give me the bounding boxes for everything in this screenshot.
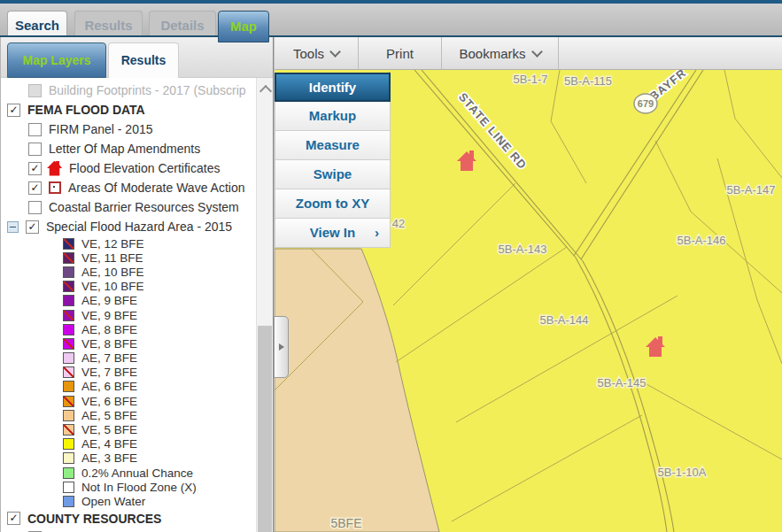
layer-item-special-flood-hazard-area-2015[interactable]: ✓Special Flood Hazard Area - 2015 <box>1 217 256 236</box>
layer-item-building-footprints-2017-subscrip[interactable]: Building Footprints - 2017 (Subscrip <box>1 81 256 100</box>
legend-swatch-ae-9-bfe <box>63 295 74 306</box>
tools-button-label: Tools <box>293 46 324 61</box>
legend-item-open-water: Open Water <box>1 494 256 508</box>
label-ae-4-bfe: AE, 4 BFE <box>81 437 137 451</box>
label-ae-10-bfe: AE, 10 BFE <box>81 266 144 279</box>
parcel-label-5b-1-10a: 5B-1-10A <box>658 466 707 479</box>
menu-item-markup[interactable]: Markup <box>275 102 391 131</box>
map-toolbar: Tools Print Bookmarks <box>275 37 782 70</box>
legend-item-ve-10-bfe: VE, 10 BFE <box>1 280 256 294</box>
label-0-2-annual-chance: 0.2% Annual Chance <box>81 466 193 480</box>
label-ae-8-bfe: AE, 8 BFE <box>81 323 137 336</box>
checkbox-flood-elevation-certificates[interactable]: ✓ <box>28 162 42 175</box>
label-ae-6-bfe: AE, 6 BFE <box>81 380 137 393</box>
label-ve-8-bfe: VE, 8 BFE <box>81 337 137 351</box>
legend-item-ae-4-bfe: AE, 4 BFE <box>1 437 256 451</box>
scrollbar-thumb[interactable] <box>258 326 272 532</box>
label-county-resources: COUNTY RESOURCES <box>27 512 161 526</box>
layer-item-flood-elevation-certificates[interactable]: ✓Flood Elevation Certificates <box>1 158 256 178</box>
bfe-zone-text: 5BFE <box>330 516 361 530</box>
parcel-label-5b-a-144: 5B-A-144 <box>540 313 589 327</box>
legend-item-ve-12-bfe: VE, 12 BFE <box>1 236 256 251</box>
label-ve-9-bfe: VE, 9 BFE <box>81 309 137 322</box>
checkbox-county-resources[interactable]: ✓ <box>7 512 20 525</box>
parcel-label-5b-1-7: 5B-1-7 <box>513 73 547 86</box>
legend-swatch-ve-10-bfe <box>63 281 74 292</box>
layer-item-areas-of-moderate-wave-action[interactable]: ✓Areas Of Moderate Wave Action <box>1 178 256 197</box>
menu-item-swipe[interactable]: Swipe <box>275 160 391 189</box>
legend-swatch-ae-3-bfe <box>63 452 74 464</box>
label-not-in-flood-zone-x: Not In Flood Zone (X) <box>81 481 197 494</box>
route-badge-679: 679 <box>634 94 657 113</box>
menu-item-label: Zoom to XY <box>296 196 369 211</box>
checkbox-coastal-barrier-resources-system[interactable] <box>28 201 42 214</box>
flood-certificate-house-icon <box>47 161 62 176</box>
legend-item-ve-11-bfe: VE, 11 BFE <box>1 251 256 265</box>
legend-item-0-2-annual-chance: 0.2% Annual Chance <box>1 466 256 480</box>
bfe-zone-label: 5BFE <box>330 516 361 530</box>
parcel-label-42: 42 <box>392 217 405 230</box>
submenu-arrow-icon: › <box>375 219 379 246</box>
checkbox-fema-flood-data[interactable]: ✓ <box>7 104 20 117</box>
panel-scrollbar[interactable] <box>256 78 273 532</box>
label-ve-11-bfe: VE, 11 BFE <box>81 251 143 265</box>
label-ae-5-bfe: AE, 5 BFE <box>81 409 137 422</box>
legend-swatch-ae-6-bfe <box>63 381 74 392</box>
panel-tab-map-layers[interactable]: Map Layers <box>7 42 106 78</box>
layers-panel: Map Layers Results Building Footprints -… <box>0 37 274 532</box>
checkbox-areas-of-moderate-wave-action[interactable]: ✓ <box>28 181 42 195</box>
app-window: Search Results Details Map Map Layers Re… <box>0 0 782 532</box>
label-special-flood-hazard-area-2015: Special Flood Hazard Area - 2015 <box>46 220 232 234</box>
legend-swatch-ve-9-bfe <box>63 310 74 321</box>
legend-item-ae-6-bfe: AE, 6 BFE <box>1 380 256 394</box>
layer-group-county-resources[interactable]: ✓COUNTY RESOURCES <box>1 509 256 528</box>
panel-tab-results[interactable]: Results <box>108 42 179 78</box>
layer-item-fire-and-rescue-stations[interactable]: Fire And Rescue Stations <box>1 528 256 532</box>
collapse-expander-icon[interactable] <box>7 221 19 233</box>
panel-tab-bar: Map Layers Results <box>1 37 273 78</box>
label-ve-7-bfe: VE, 7 BFE <box>81 366 137 379</box>
tab-map[interactable]: Map <box>218 11 269 42</box>
layer-item-firm-panel-2015[interactable]: FIRM Panel - 2015 <box>1 120 256 139</box>
parcel-label-5b-a-147: 5B-A-147 <box>727 183 776 197</box>
label-fema-flood-data: FEMA FLOOD DATA <box>27 103 145 117</box>
tools-button[interactable]: Tools <box>275 37 359 69</box>
label-open-water: Open Water <box>81 495 145 508</box>
layer-group-fema-flood-data[interactable]: ✓FEMA FLOOD DATA <box>1 100 256 120</box>
menu-item-zoom-to-xy[interactable]: Zoom to XY <box>275 189 391 219</box>
menu-item-label: View In <box>310 225 355 240</box>
legend-swatch-0-2-annual-chance <box>63 467 74 479</box>
legend-swatch-ae-4-bfe <box>63 438 74 450</box>
legend-swatch-ae-5-bfe <box>63 410 74 421</box>
checkbox-letter-of-map-amendments[interactable] <box>28 143 42 156</box>
panel-collapse-handle[interactable] <box>274 316 289 378</box>
menu-item-view-in[interactable]: View In› <box>275 219 391 248</box>
menu-item-identify[interactable]: Identify <box>275 73 391 102</box>
scroll-up-icon[interactable] <box>259 85 272 97</box>
legend-swatch-open-water <box>63 496 74 507</box>
legend-item-ve-8-bfe: VE, 8 BFE <box>1 336 256 351</box>
parcel-label-5b-a-146: 5B-A-146 <box>677 234 726 247</box>
label-ve-10-bfe: VE, 10 BFE <box>81 280 144 293</box>
legend-item-ve-7-bfe: VE, 7 BFE <box>1 366 256 380</box>
checkbox-firm-panel-2015[interactable] <box>28 123 42 136</box>
bookmarks-button[interactable]: Bookmarks <box>442 37 559 69</box>
checkbox-special-flood-hazard-area-2015[interactable]: ✓ <box>26 220 39 234</box>
chevron-down-icon <box>329 46 341 58</box>
print-button[interactable]: Print <box>359 37 442 69</box>
label-firm-panel-2015: FIRM Panel - 2015 <box>49 122 153 136</box>
legend-swatch-not-in-flood-zone-x <box>63 482 74 493</box>
legend-swatch-ae-10-bfe <box>63 266 74 278</box>
layer-item-coastal-barrier-resources-system[interactable]: Coastal Barrier Resources System <box>1 197 256 217</box>
legend-swatch-ae-8-bfe <box>63 324 74 335</box>
legend-swatch-ve-7-bfe <box>63 366 74 378</box>
legend-swatch-ve-6-bfe <box>63 396 74 407</box>
legend-item-ae-10-bfe: AE, 10 BFE <box>1 265 256 279</box>
label-ae-3-bfe: AE, 3 BFE <box>81 451 137 465</box>
label-ve-5-bfe: VE, 5 BFE <box>81 423 137 436</box>
menu-item-measure[interactable]: Measure <box>275 131 391 160</box>
main-tab-bar: Search Results Details Map <box>0 4 782 35</box>
legend-swatch-ve-12-bfe <box>63 238 74 250</box>
layer-item-letter-of-map-amendments[interactable]: Letter Of Map Amendments <box>1 139 256 158</box>
bookmarks-button-label: Bookmarks <box>459 46 525 61</box>
